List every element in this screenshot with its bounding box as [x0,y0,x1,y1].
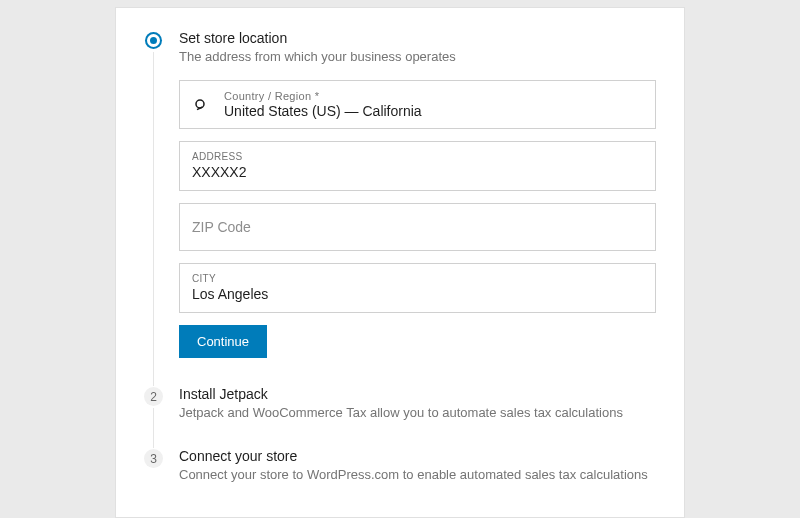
step-title: Set store location [179,30,656,46]
country-field[interactable]: Country / Region * United States (US) — … [179,80,656,129]
step-indicator-3: 3 [144,449,163,468]
step-title: Connect your store [179,448,656,464]
step-desc: The address from which your business ope… [179,49,656,64]
step-desc: Connect your store to WordPress.com to e… [179,467,656,482]
zip-placeholder: ZIP Code [192,219,251,235]
address-field[interactable]: Address [179,141,656,191]
step-content: Install Jetpack Jetpack and WooCommerce … [179,386,656,420]
country-value: United States (US) — California [224,103,643,119]
address-input[interactable] [192,164,643,180]
city-input[interactable] [192,286,643,302]
country-label: Country / Region * [224,90,643,102]
setup-card: Set store location The address from whic… [115,7,685,518]
step-desc: Jetpack and WooCommerce Tax allow you to… [179,405,656,420]
store-location-form: Country / Region * United States (US) — … [179,80,656,358]
step-indicator-2: 2 [144,387,163,406]
city-label: City [192,273,643,284]
step-install-jetpack: 2 Install Jetpack Jetpack and WooCommerc… [144,386,656,448]
continue-button[interactable]: Continue [179,325,267,358]
city-field[interactable]: City [179,263,656,313]
step-connect-store: 3 Connect your store Connect your store … [144,448,656,487]
step-title: Install Jetpack [179,386,656,402]
step-content: Connect your store Connect your store to… [179,448,656,482]
address-label: Address [192,151,643,162]
zip-field[interactable]: ZIP Code [179,203,656,251]
svg-point-0 [196,100,204,108]
step-store-location: Set store location The address from whic… [144,30,656,386]
search-icon [193,97,209,113]
step-indicator-active [147,34,160,47]
step-content: Set store location The address from whic… [179,30,656,358]
